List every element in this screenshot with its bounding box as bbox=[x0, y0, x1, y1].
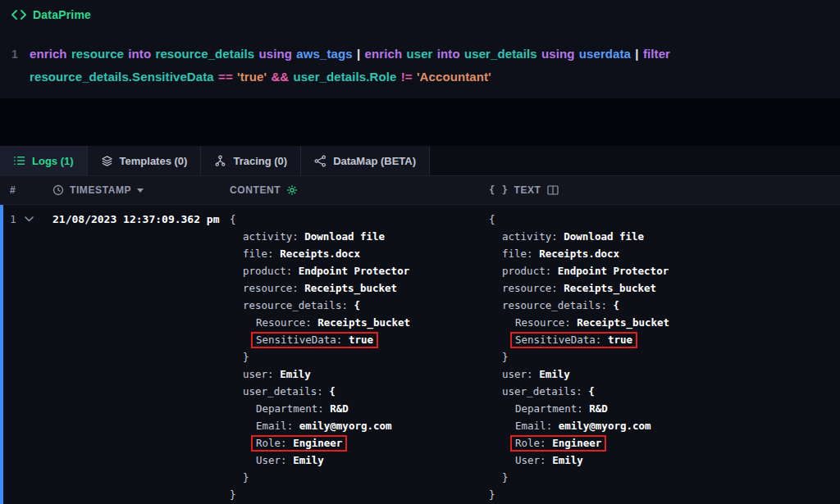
app-header: DataPrime bbox=[0, 0, 840, 30]
json-value: R&D bbox=[589, 402, 608, 415]
tab-logs[interactable]: Logs (1) bbox=[0, 146, 88, 175]
json-value: Emily bbox=[293, 454, 324, 466]
json-line: activity: Download file bbox=[489, 228, 840, 245]
json-key: Resource: bbox=[256, 316, 317, 329]
json-key: SensitiveData: bbox=[256, 334, 349, 346]
app-title: DataPrime bbox=[33, 8, 91, 21]
json-line: } bbox=[489, 486, 840, 503]
query-token-keyword: enrich bbox=[365, 47, 407, 61]
tracing-icon bbox=[214, 155, 226, 167]
json-key: user_details: bbox=[502, 385, 588, 397]
json-value: Receipts.docx bbox=[280, 247, 360, 260]
json-line: user_details: { bbox=[230, 383, 479, 400]
query-token-operator: && bbox=[271, 70, 293, 84]
json-key: Role: bbox=[256, 437, 293, 449]
json-key: Email: bbox=[515, 420, 559, 432]
row-expand-chevron-down-icon[interactable] bbox=[25, 211, 34, 228]
json-value: R&D bbox=[330, 402, 349, 415]
row-content-json: {activity: Download filefile: Receipts.d… bbox=[220, 211, 479, 503]
json-value: { bbox=[588, 385, 595, 397]
json-key: Role: bbox=[515, 437, 552, 449]
index-column-label: # bbox=[10, 184, 16, 196]
json-value: Receipts.docx bbox=[539, 247, 619, 260]
column-header-timestamp[interactable]: TIMESTAMP bbox=[43, 184, 220, 196]
red-highlight-box: Role: Engineer bbox=[251, 435, 347, 452]
query-token-keyword: using bbox=[259, 47, 297, 61]
json-key: User: bbox=[515, 454, 552, 466]
json-line: resource: Receipts_bucket bbox=[230, 279, 479, 297]
json-key: user: bbox=[502, 368, 539, 380]
json-brace: } bbox=[230, 488, 236, 501]
query-line-number: 1 bbox=[0, 43, 30, 66]
json-value: Receipts_bucket bbox=[304, 282, 397, 294]
red-highlight-box: SensitiveData: true bbox=[510, 332, 637, 348]
json-key: resource: bbox=[502, 282, 564, 294]
json-line: product: Endpoint Protector bbox=[489, 262, 840, 279]
json-line: } bbox=[230, 348, 479, 366]
json-key: resource_details: bbox=[502, 299, 613, 311]
query-token-keyword: into bbox=[437, 47, 464, 61]
tab-datamap[interactable]: DataMap (BETA) bbox=[301, 146, 430, 175]
json-brace: { bbox=[230, 213, 236, 225]
query-token-string: 'true' bbox=[237, 70, 271, 84]
json-line: User: Emily bbox=[489, 452, 840, 469]
red-highlight-box: Role: Engineer bbox=[510, 435, 606, 452]
json-value: Engineer bbox=[293, 437, 342, 449]
query-editor[interactable]: 1 enrich resource into resource_details … bbox=[0, 30, 840, 98]
json-value: Receipts_bucket bbox=[317, 316, 410, 329]
json-key: file: bbox=[502, 247, 539, 260]
table-columns-icon[interactable] bbox=[547, 185, 559, 195]
json-brace: } bbox=[243, 351, 249, 363]
query-token-field: resource bbox=[71, 47, 128, 61]
content-column-label: CONTENT bbox=[230, 184, 281, 196]
json-line: } bbox=[489, 469, 840, 486]
json-key: SensitiveData: bbox=[515, 334, 608, 346]
json-line: } bbox=[230, 469, 479, 486]
tab-tracing[interactable]: Tracing (0) bbox=[201, 146, 301, 175]
row-text-json: {activity: Download filefile: Receipts.d… bbox=[479, 211, 840, 503]
tab-label: DataMap (BETA) bbox=[333, 155, 416, 167]
log-row[interactable]: 1 21/08/2023 12:37:09.362 pm {activity: … bbox=[0, 205, 840, 503]
json-line: SensitiveData: true bbox=[489, 331, 840, 348]
code-brackets-icon bbox=[11, 10, 26, 20]
tab-label: Templates (0) bbox=[120, 155, 188, 167]
json-line: file: Receipts.docx bbox=[489, 245, 840, 262]
json-line: Department: R&D bbox=[489, 400, 840, 417]
json-key: user_details: bbox=[243, 385, 329, 397]
json-line: Role: Engineer bbox=[489, 434, 840, 452]
query-token-field: user bbox=[406, 47, 436, 61]
editor-spacer bbox=[0, 98, 840, 146]
braces-icon: { } bbox=[489, 184, 508, 196]
json-value: true bbox=[349, 334, 373, 346]
timestamp-column-label: TIMESTAMP bbox=[70, 184, 131, 196]
json-brace: } bbox=[502, 471, 509, 484]
json-value: true bbox=[608, 334, 632, 346]
query-input[interactable]: enrich resource into resource_details us… bbox=[30, 43, 829, 89]
json-value: Endpoint Protector bbox=[299, 265, 409, 277]
json-line: Email: emily@myorg.com bbox=[230, 417, 479, 434]
json-value: emily@myorg.com bbox=[299, 420, 392, 432]
row-index-cell: 1 bbox=[0, 211, 43, 503]
sort-caret-down-icon[interactable] bbox=[137, 188, 144, 193]
json-key: activity: bbox=[243, 230, 304, 243]
column-header-content: CONTENT bbox=[220, 184, 479, 196]
json-key: resource_details: bbox=[243, 299, 354, 311]
query-token-table: aws_tags bbox=[296, 47, 357, 61]
json-key: Resource: bbox=[515, 316, 577, 329]
json-value: Engineer bbox=[552, 437, 601, 449]
json-line: User: Emily bbox=[230, 452, 479, 469]
query-token-keyword: filter bbox=[643, 47, 670, 61]
json-key: User: bbox=[256, 454, 293, 466]
json-key: activity: bbox=[502, 230, 564, 243]
json-line: user: Emily bbox=[489, 366, 840, 383]
query-token-keyword: into bbox=[128, 47, 155, 61]
query-token-keyword: enrich bbox=[30, 47, 71, 61]
json-line: user_details: { bbox=[489, 383, 840, 400]
gear-icon[interactable] bbox=[286, 184, 298, 196]
tab-templates[interactable]: Templates (0) bbox=[88, 146, 202, 175]
tab-bar-filler bbox=[430, 146, 840, 175]
clock-icon bbox=[52, 184, 64, 196]
row-accent-bar bbox=[0, 205, 3, 504]
json-line: resource: Receipts_bucket bbox=[489, 279, 840, 297]
json-line: SensitiveData: true bbox=[230, 331, 479, 348]
